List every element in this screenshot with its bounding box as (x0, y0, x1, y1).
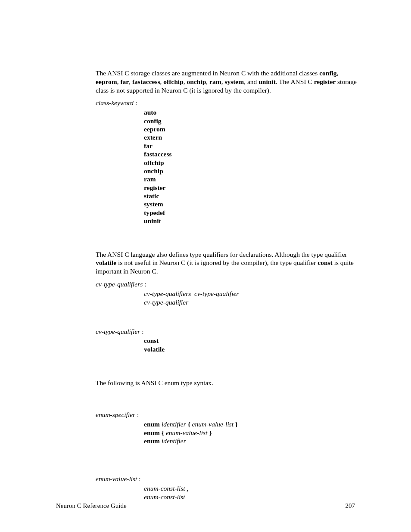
production-line: enum { enum-value-list } (144, 429, 358, 437)
production-line: cv-type-qualifier (144, 298, 358, 307)
content-column: The ANSI C storage classes are augmented… (96, 69, 358, 501)
nt-enum-specifier: enum-specifier (96, 411, 135, 418)
enum-specifier-body: enum identifier { enum-value-list } enum… (144, 420, 358, 445)
kw-item: system (144, 200, 358, 208)
footer-title: Neuron C Reference Guide (56, 502, 127, 510)
colon: : (143, 280, 146, 288)
nt-enum-value-list: enum-value-list (192, 420, 234, 428)
kw-item: register (144, 184, 358, 192)
production-line: enum-const-list , (144, 484, 358, 493)
production-line: cv-type-qualifiers cv-type-qualifier (144, 289, 358, 298)
kw-item: typedef (144, 208, 358, 217)
kw-item: auto (144, 108, 358, 116)
kw-item: ram (144, 175, 358, 183)
kw-item: const (144, 336, 358, 345)
kw-item: uninit (144, 217, 358, 225)
nt-enum-const-list: enum-const-list (144, 493, 185, 501)
kw-system: system (224, 78, 244, 85)
nt: cv-type-qualifier (194, 290, 239, 297)
nt-cv-type-qualifier: cv-type-qualifier (96, 328, 140, 335)
kw-offchip: offchip (163, 78, 184, 85)
nt: cv-type-qualifiers (144, 290, 191, 297)
kw-item: eeprom (144, 125, 358, 133)
grammar-enum-value-list-head: enum-value-list : (96, 475, 358, 483)
production-line: enum identifier { enum-value-list } (144, 420, 358, 429)
nt-class-keyword: class-keyword (96, 99, 134, 106)
kw-enum: enum (144, 420, 160, 428)
nt-identifier: identifier (162, 420, 186, 428)
text: The ANSI C language also defines type qu… (96, 251, 347, 258)
kw-ram: ram (209, 78, 221, 85)
text: , (184, 78, 187, 85)
rbrace: } (234, 420, 238, 428)
colon: : (140, 328, 143, 335)
kw-enum: enum (144, 437, 160, 445)
nt-identifier: identifier (162, 437, 186, 445)
grammar-enum-specifier-head: enum-specifier : (96, 411, 358, 419)
paragraph-storage-classes: The ANSI C storage classes are augmented… (96, 69, 358, 94)
class-keyword-list: auto config eeprom extern far fastaccess… (144, 108, 358, 225)
nt-enum-value-list: enum-value-list (166, 429, 207, 436)
rbrace: } (207, 429, 212, 436)
paragraph-type-qualifiers: The ANSI C language also defines type qu… (96, 250, 358, 276)
text: , and (244, 78, 258, 85)
text: is not useful in Neuron C (it is ignored… (116, 259, 318, 266)
kw-fastaccess: fastaccess (132, 78, 160, 85)
kw-far: far (120, 78, 129, 85)
text: The ANSI C storage classes are augmented… (96, 69, 319, 77)
kw-item: far (144, 142, 358, 150)
kw-item: extern (144, 133, 358, 141)
page: The ANSI C storage classes are augmented… (0, 0, 411, 532)
kw-volatile: volatile (96, 259, 116, 266)
kw-item: fastaccess (144, 150, 358, 158)
lbrace: { (160, 429, 166, 436)
production-line: enum-const-list (144, 493, 358, 501)
nt-enum-value-list: enum-value-list (96, 475, 137, 482)
nt-enum-const-list: enum-const-list (144, 485, 185, 492)
colon: : (137, 475, 140, 482)
text: , (129, 78, 132, 85)
cv-type-qualifier-body: const volatile (144, 336, 358, 354)
paragraph-enum-intro: The following is ANSI C enum type syntax… (96, 379, 358, 387)
page-number: 207 (346, 502, 355, 510)
production-line: enum identifier (144, 437, 358, 445)
kw-item: config (144, 117, 358, 125)
kw-eeprom: eeprom (96, 78, 117, 85)
kw-config: config (319, 69, 336, 77)
lbrace: { (186, 420, 192, 428)
kw-item: static (144, 192, 358, 200)
grammar-class-keyword-head: class-keyword : (96, 99, 358, 107)
text: , (206, 78, 209, 85)
kw-item: offchip (144, 159, 358, 167)
page-footer: Neuron C Reference Guide 207 (56, 502, 355, 510)
kw-item: volatile (144, 345, 358, 354)
cv-type-qualifiers-body: cv-type-qualifiers cv-type-qualifier cv-… (144, 289, 358, 307)
kw-onchip: onchip (187, 78, 206, 85)
colon: : (134, 99, 137, 106)
grammar-cv-type-qualifiers-head: cv-type-qualifiers : (96, 280, 358, 289)
kw-item: onchip (144, 167, 358, 175)
kw-enum: enum (144, 429, 160, 436)
kw-const: const (318, 259, 332, 266)
enum-value-list-body: enum-const-list , enum-const-list (144, 484, 358, 501)
kw-uninit: uninit (258, 78, 276, 85)
colon: : (135, 411, 139, 418)
comma: , (185, 485, 189, 492)
kw-register: register (314, 78, 336, 85)
nt-cv-type-qualifiers: cv-type-qualifiers (96, 280, 143, 288)
text: , (337, 69, 339, 77)
grammar-cv-type-qualifier-head: cv-type-qualifier : (96, 327, 358, 336)
text: . The ANSI C (276, 78, 314, 85)
